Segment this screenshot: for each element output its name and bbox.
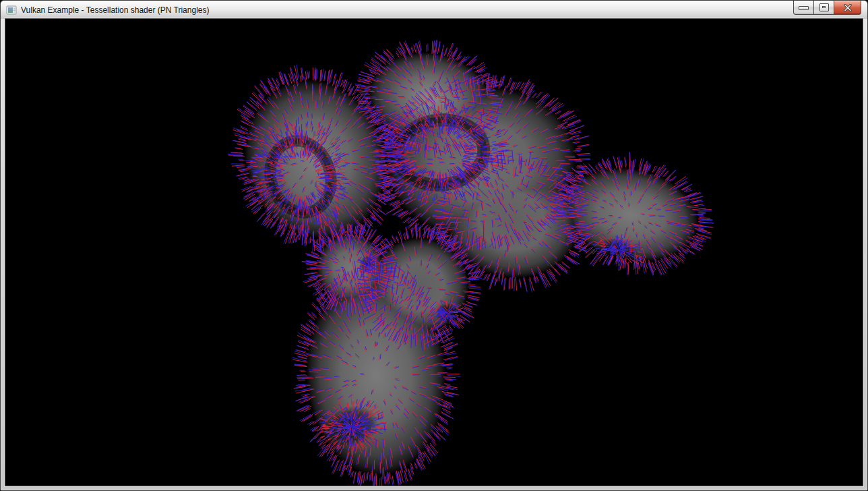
close-button[interactable] (834, 1, 861, 15)
maximize-icon (819, 3, 829, 11)
maximize-button[interactable] (813, 1, 834, 15)
vulkan-scene-canvas[interactable] (5, 19, 863, 486)
window-title: Vulkan Example - Tessellation shader (PN… (21, 5, 209, 15)
minimize-button[interactable] (793, 1, 814, 15)
render-viewport[interactable] (5, 19, 863, 486)
title-bar[interactable]: Vulkan Example - Tessellation shader (PN… (1, 1, 867, 19)
window-frame: Vulkan Example - Tessellation shader (PN… (0, 0, 868, 491)
close-icon (843, 4, 852, 11)
app-icon[interactable] (6, 5, 17, 16)
minimize-icon (799, 6, 809, 10)
caption-buttons (794, 1, 861, 15)
